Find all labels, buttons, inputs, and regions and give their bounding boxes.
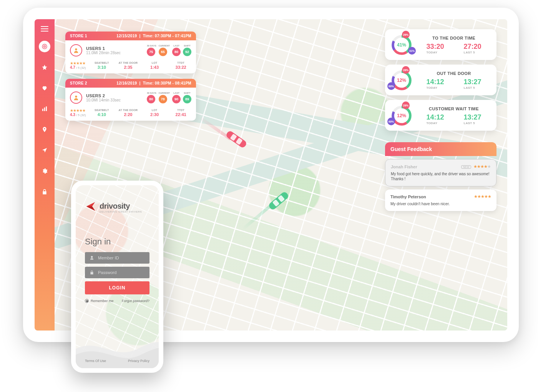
stat-today-value: 14:12 (426, 78, 444, 86)
score-pill: 80 (172, 48, 181, 56)
feedback-author: Jonah Fisher (391, 164, 417, 169)
store-timestamp: 12/15/2019 | Time: 07:30PM - 07:41PM (116, 34, 191, 38)
stat-title: OUT THE DOOR (417, 71, 491, 76)
store-name: STORE 1 (70, 34, 87, 38)
score-label: SHIFT (183, 92, 191, 94)
star-icons: ★★★★★ (474, 194, 491, 199)
metric-value: 2:35 (118, 65, 139, 70)
donut-chart: 12% 28% 60% (390, 69, 413, 91)
score-pill: 75 (147, 48, 155, 56)
sidebar-navigate-icon[interactable] (39, 145, 50, 156)
stat-card[interactable]: 41% 26% 31% TO THE DOOR TIME 33:20TODAY … (385, 29, 496, 60)
svg-rect-10 (44, 108, 45, 111)
donut-bubble: 31% (408, 47, 416, 55)
stat-today-label: TODAY (426, 121, 444, 125)
score-label: LAST (172, 92, 181, 94)
remember-me-label: Remember me (91, 299, 114, 303)
donut-bubble: 60% (387, 118, 395, 125)
stat-last5-label: LAST 5 (463, 86, 481, 90)
feedback-item[interactable]: Timothy Peterson ★★★★★ My driver couldn'… (385, 189, 496, 211)
metric-label: SEATBELT (91, 61, 112, 64)
score-label: LAST (172, 45, 181, 47)
remember-me-toggle[interactable]: Remember me (85, 299, 114, 303)
score-pill: 65 (159, 48, 167, 56)
logo: drivosity DELIVERING GREAT DRIVERS (85, 201, 149, 214)
score-pill: 89 (183, 95, 191, 103)
score-label: 30 DAYS (147, 92, 156, 94)
radio-icon (85, 299, 89, 303)
stat-today-label: TODAY (426, 86, 444, 90)
store-cards-container: STORE 1 12/15/2019 | Time: 07:30PM - 07:… (65, 32, 196, 121)
sidebar-pin-icon[interactable] (39, 124, 50, 135)
login-button[interactable]: LOGIN (85, 281, 149, 294)
donut-bubble: 28% (402, 66, 410, 74)
svg-point-12 (75, 48, 77, 50)
metric-value: 2:30 (144, 112, 165, 117)
privacy-link[interactable]: Privacy Policy (128, 359, 149, 363)
user-icon (90, 256, 94, 260)
rating: ★★★★★ 4.3 / 5 (32) (70, 108, 86, 117)
stat-today-value: 33:20 (426, 43, 444, 51)
password-input[interactable]: Password (85, 267, 149, 278)
stat-card[interactable]: 12% 28% 60% CUSTOMER WAIT TIME 14:12TODA… (385, 100, 496, 131)
sidebar (35, 19, 55, 331)
metric-label: LOT (144, 109, 165, 111)
sidebar-chart-icon[interactable] (39, 103, 50, 115)
score-row: 30 DAYS80CURRENT78LAST90SHIFT89 (147, 92, 191, 103)
score-pill: 90 (172, 95, 181, 103)
sidebar-gear-icon[interactable] (39, 165, 50, 177)
sidebar-target-icon[interactable] (39, 41, 50, 52)
feedback-body: My driver couldn't have been nicer. (390, 201, 491, 206)
metric-label: AT THE DOOR (118, 61, 139, 64)
score-pill: 80 (147, 95, 155, 103)
member-id-input[interactable]: Member ID (85, 252, 149, 264)
phone-wave-decoration (76, 334, 159, 368)
donut-chart: 12% 28% 60% (390, 105, 413, 127)
metric-value: 3:10 (91, 65, 112, 70)
store-name: STORE 2 (70, 81, 87, 85)
score-row: 30 DAYS75CURRENT65LAST80SHIFT92 (147, 45, 191, 56)
stat-title: TO THE DOOR TIME (417, 36, 491, 40)
brand-tagline: DELIVERING GREAT DRIVERS (100, 211, 142, 213)
terms-link[interactable]: Terms Of Use (85, 359, 106, 363)
menu-icon[interactable] (41, 26, 48, 32)
metric-label: TTDT (170, 109, 191, 111)
sidebar-star-icon[interactable] (39, 61, 50, 73)
user-detail: 10.0MI 14min 33sec (86, 98, 121, 102)
score-label: CURRENT (159, 45, 170, 47)
stat-last5-value: 13:27 (463, 113, 481, 121)
forgot-password-link[interactable]: Forgot password? (122, 299, 149, 303)
sidebar-lock-icon[interactable] (39, 186, 50, 198)
metric-label: SEATBELT (91, 109, 112, 111)
stat-card[interactable]: 12% 28% 60% OUT THE DOOR 14:12TODAY 13:2… (385, 65, 496, 95)
store-card[interactable]: STORE 2 12/16/2019 | Time: 08:30PM - 08:… (65, 79, 196, 121)
svg-rect-11 (46, 106, 47, 111)
metric-value: 1:43 (144, 65, 165, 70)
phone-device-frame: drivosity DELIVERING GREAT DRIVERS Sign … (71, 181, 163, 373)
donut-bubble: 28% (402, 101, 410, 109)
metric-value: 33:22 (170, 65, 191, 70)
metric-label: LOT (144, 61, 165, 64)
metric-value: 2:20 (118, 112, 139, 117)
stat-cards-container: 41% 26% 31% TO THE DOOR TIME 33:20TODAY … (385, 29, 496, 131)
score-pill: 92 (183, 48, 191, 56)
feedback-body: My food got here quickly, and the driver… (391, 171, 491, 181)
donut-bubble: 60% (387, 82, 395, 90)
metric-value: 4:10 (91, 112, 112, 117)
feedback-item[interactable]: Jonah Fisher NEW★★★★★ My food got here q… (385, 159, 496, 186)
phone-viewport: drivosity DELIVERING GREAT DRIVERS Sign … (76, 185, 159, 368)
brand-name: drivosity (100, 202, 142, 211)
svg-point-8 (44, 46, 45, 47)
lock-icon (90, 270, 94, 275)
store-card[interactable]: STORE 1 12/15/2019 | Time: 07:30PM - 07:… (65, 32, 196, 73)
new-badge: NEW (461, 165, 471, 169)
score-label: 30 DAYS (147, 45, 156, 47)
star-icons: ★★★★★ (473, 164, 491, 169)
password-placeholder: Password (98, 270, 116, 275)
store-card-header: STORE 1 12/15/2019 | Time: 07:30PM - 07:… (65, 32, 196, 40)
score-label: SHIFT (183, 45, 191, 47)
star-icons: ★★★★★ (70, 61, 86, 65)
metric-value: 22:41 (170, 112, 191, 117)
metric-label: AT THE DOOR (118, 109, 139, 111)
sidebar-heart-icon[interactable] (39, 82, 50, 94)
